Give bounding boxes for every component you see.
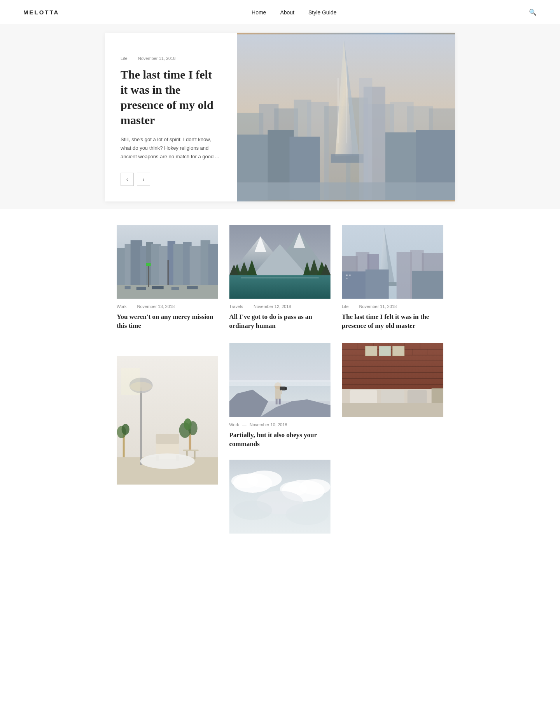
svg-rect-135 xyxy=(420,343,420,349)
cards-grid: Work — November 13, 2018 You weren't on … xyxy=(93,225,467,534)
nav-style-guide[interactable]: Style Guide xyxy=(308,9,336,16)
svg-rect-82 xyxy=(140,387,142,465)
svg-point-121 xyxy=(233,500,272,520)
svg-point-122 xyxy=(286,503,329,525)
svg-point-100 xyxy=(122,424,130,435)
site-logo[interactable]: MELOTTA xyxy=(23,9,59,16)
svg-rect-89 xyxy=(183,450,199,451)
svg-rect-140 xyxy=(427,349,428,355)
col-left xyxy=(117,343,218,534)
hero-title: The last time I felt it was in the prese… xyxy=(121,67,222,128)
svg-rect-109 xyxy=(281,390,282,394)
svg-rect-22 xyxy=(237,182,455,200)
card-nyc-date: November 13, 2018 xyxy=(137,304,175,309)
svg-rect-145 xyxy=(350,390,377,405)
hero-content: Life — November 11, 2018 The last time I… xyxy=(105,33,237,201)
svg-rect-77 xyxy=(346,275,347,276)
nav-links: Home About Style Guide xyxy=(252,9,336,16)
card-mercy-text xyxy=(117,343,218,348)
svg-rect-47 xyxy=(187,286,198,289)
svg-rect-23 xyxy=(338,78,339,143)
card-clouds-image xyxy=(229,460,331,534)
card-nyc-meta: Work — November 13, 2018 xyxy=(117,304,218,309)
card-beach-meta: Work — November 10, 2018 xyxy=(229,422,331,427)
svg-rect-105 xyxy=(275,388,281,399)
svg-rect-40 xyxy=(148,264,149,287)
card-beach-image xyxy=(229,343,331,417)
hero-next-button[interactable]: › xyxy=(137,173,150,186)
svg-rect-42 xyxy=(168,260,169,285)
navbar: MELOTTA Home About Style Guide 🔍 xyxy=(0,0,560,25)
svg-rect-143 xyxy=(392,346,404,356)
hero-image xyxy=(237,33,455,201)
nav-home[interactable]: Home xyxy=(252,9,266,16)
svg-rect-86 xyxy=(156,434,179,444)
svg-rect-39 xyxy=(117,285,218,299)
svg-rect-62 xyxy=(229,275,331,299)
svg-rect-91 xyxy=(194,451,196,459)
svg-rect-78 xyxy=(349,275,350,276)
hero-category: Life xyxy=(121,56,128,61)
card-shard2-category: Life xyxy=(342,304,349,309)
svg-rect-108 xyxy=(285,387,287,390)
hero-date: November 11, 2018 xyxy=(138,56,176,61)
svg-rect-146 xyxy=(381,390,404,405)
svg-rect-16 xyxy=(359,78,373,200)
card-shard2-title[interactable]: The last time I felt it was in the prese… xyxy=(342,313,443,331)
card-shard2: Life — November 11, 2018 The last time I… xyxy=(342,225,443,331)
nav-about[interactable]: About xyxy=(280,9,294,16)
svg-rect-79 xyxy=(346,278,347,279)
hero-excerpt: Still, she's got a lot of spirit. I don'… xyxy=(121,135,222,161)
card-forest-date: November 12, 2018 xyxy=(254,304,291,309)
hero-nav-buttons: ‹ › xyxy=(121,173,222,186)
svg-rect-63 xyxy=(241,277,319,278)
card-forest: Travels — November 12, 2018 All I've got… xyxy=(229,225,331,331)
svg-point-95 xyxy=(184,418,192,430)
svg-rect-76 xyxy=(412,271,443,299)
svg-rect-130 xyxy=(342,384,443,385)
svg-rect-45 xyxy=(152,286,164,289)
svg-rect-46 xyxy=(172,287,179,290)
card-nyc-title[interactable]: You weren't on any mercy mission this ti… xyxy=(117,313,218,331)
svg-rect-110 xyxy=(276,399,278,404)
card-nyc-image xyxy=(117,225,218,299)
hero-prev-button[interactable]: ‹ xyxy=(121,173,134,186)
svg-rect-14 xyxy=(331,154,364,163)
search-icon[interactable]: 🔍 xyxy=(529,9,537,16)
svg-rect-131 xyxy=(357,343,358,349)
svg-rect-142 xyxy=(379,346,390,356)
col-mid: Work — November 10, 2018 Partially, but … xyxy=(229,343,331,534)
card-forest-category: Travels xyxy=(229,304,243,309)
svg-rect-126 xyxy=(342,360,443,361)
svg-rect-128 xyxy=(342,372,443,373)
svg-rect-139 xyxy=(412,349,412,355)
card-forest-image xyxy=(229,225,331,299)
svg-rect-24 xyxy=(346,61,347,144)
svg-rect-148 xyxy=(342,403,443,417)
card-beach-category: Work xyxy=(229,422,239,427)
card-nyc: Work — November 13, 2018 You weren't on … xyxy=(117,225,218,331)
svg-rect-149 xyxy=(431,388,443,403)
card-forest-title[interactable]: All I've got to do is pass as an ordinar… xyxy=(229,313,331,331)
hero-dash: — xyxy=(131,56,135,61)
svg-rect-129 xyxy=(342,378,443,379)
svg-point-116 xyxy=(231,474,259,488)
svg-rect-111 xyxy=(279,399,281,404)
svg-rect-44 xyxy=(136,287,146,290)
card-nyc-category: Work xyxy=(117,304,126,309)
svg-rect-147 xyxy=(407,390,427,405)
svg-rect-112 xyxy=(229,380,331,386)
card-shard2-date: November 11, 2018 xyxy=(359,304,397,309)
svg-rect-43 xyxy=(125,286,131,289)
card-shard2-image xyxy=(342,225,443,299)
card-shard2-meta: Life — November 11, 2018 xyxy=(342,304,443,309)
svg-rect-68 xyxy=(396,252,412,299)
svg-rect-141 xyxy=(365,346,377,356)
card-beach-title[interactable]: Partially, but it also obeys your comman… xyxy=(229,431,331,449)
svg-rect-127 xyxy=(342,366,443,367)
top-cards-row: Work — November 13, 2018 You weren't on … xyxy=(117,225,443,331)
hero-card: Life — November 11, 2018 The last time I… xyxy=(105,33,455,201)
col-right xyxy=(342,343,443,534)
bottom-cards-row: Work — November 10, 2018 Partially, but … xyxy=(117,343,443,534)
hero-meta: Life — November 11, 2018 xyxy=(121,56,222,61)
